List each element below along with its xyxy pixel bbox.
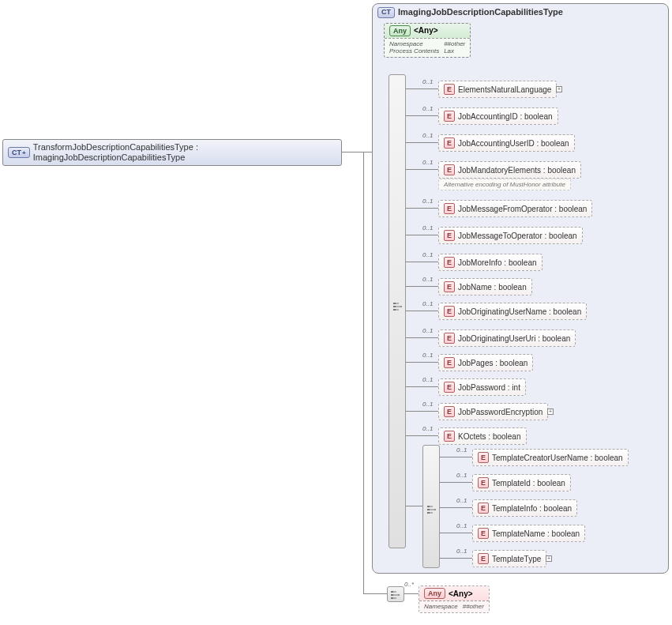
connector-line	[406, 235, 438, 235]
element-label: JobMoreInfo : boolean	[458, 258, 537, 267]
left-type-label: TransformJobDescriptionCapabilitiesType …	[33, 142, 336, 163]
element-badge: E	[444, 382, 455, 393]
element-label: TemplateCreatorUserName : boolean	[492, 454, 623, 462]
connector-line	[440, 457, 472, 457]
sequence-bar	[389, 74, 406, 548]
element-badge: E	[478, 452, 489, 463]
svg-rect-8	[391, 591, 393, 593]
element-box: EJobAccountingUserID : boolean	[438, 134, 575, 152]
element-badge: E	[478, 553, 489, 564]
element-badge: E	[478, 503, 489, 514]
element-box: ETemplateInfo : boolean	[472, 499, 577, 517]
element-label: JobPassword : int	[458, 383, 520, 392]
element-box: EJobOriginatingUserName : boolean	[438, 303, 587, 320]
cardinality-label: 0..1	[422, 198, 433, 205]
connector-line	[406, 311, 438, 311]
cardinality-label: 0..1	[456, 522, 467, 529]
cardinality-label: 0..1	[422, 352, 433, 359]
cardinality-label: 0..1	[422, 276, 433, 283]
element-label: JobPages : boolean	[458, 359, 527, 367]
main-type-header: CT ImagingJobDescriptionCapabilitiesType	[377, 7, 663, 18]
element-label: TemplateType	[492, 555, 541, 563]
expand-icon[interactable]: +	[546, 555, 552, 562]
svg-point-11	[398, 594, 400, 596]
connector-line	[406, 362, 438, 363]
plus-icon: +	[22, 149, 26, 156]
element-box: EJobPages : boolean	[438, 354, 533, 371]
svg-point-3	[400, 306, 402, 307]
any-badge: Any	[389, 25, 411, 36]
element-badge: E	[444, 203, 455, 214]
left-type-box: CT+ TransformJobDescriptionCapabilitiesT…	[2, 139, 342, 166]
cardinality-label: 0..1	[422, 132, 433, 139]
element-annotation: Alternative encoding of MustHonor attrib…	[438, 179, 571, 190]
cardinality-label: 0..1	[422, 300, 433, 307]
element-badge: E	[444, 257, 455, 268]
connector-line	[342, 152, 372, 152]
expand-icon[interactable]: +	[556, 86, 562, 92]
element-label: JobName : boolean	[458, 283, 527, 292]
ct-badge: CT	[377, 7, 395, 18]
cardinality-label: 0..1	[422, 401, 433, 408]
element-box: EJobAccountingID : boolean	[438, 107, 558, 125]
element-box: EJobMessageToOperator : boolean	[438, 227, 583, 244]
svg-rect-0	[393, 303, 396, 304]
svg-rect-10	[391, 597, 393, 599]
element-box: EJobMessageFromOperator : boolean	[438, 200, 592, 217]
any-label: <Any>	[449, 589, 473, 598]
element-label: KOctets : boolean	[458, 432, 521, 441]
element-label: JobMessageFromOperator : boolean	[458, 205, 587, 213]
cardinality-label: 0..*	[404, 581, 414, 588]
svg-rect-1	[393, 306, 396, 307]
any-wildcard-box: Any <Any> NamespaceProcess Contents ##ot…	[384, 23, 471, 58]
element-label: JobAccountingID : boolean	[458, 112, 553, 121]
element-label: JobPasswordEncryption	[458, 408, 542, 416]
cardinality-label: 0..1	[422, 78, 433, 85]
element-box: ETemplateCreatorUserName : boolean	[472, 449, 629, 466]
cardinality-label: 0..1	[422, 376, 433, 383]
connector-line	[406, 88, 438, 89]
expand-icon[interactable]: +	[547, 409, 554, 415]
element-label: JobOriginatingUserName : boolean	[458, 307, 581, 316]
element-label: JobAccountingUserID : boolean	[458, 139, 569, 148]
sequence-icon	[426, 503, 437, 514]
cardinality-label: 0..1	[456, 446, 467, 454]
element-label: TemplateId : boolean	[492, 479, 565, 488]
any-wildcard-box: Any <Any> Namespace ##other	[419, 585, 490, 613]
element-label: ElementsNaturalLanguage	[458, 85, 551, 94]
any-label: <Any>	[414, 26, 438, 35]
connector-line	[406, 506, 422, 506]
connector-line	[406, 142, 438, 143]
cardinality-label: 0..1	[422, 224, 433, 232]
element-box: ETemplateName : boolean	[472, 525, 585, 542]
element-badge: E	[444, 406, 455, 417]
connector-line	[363, 593, 387, 594]
element-badge: E	[444, 137, 455, 149]
sequence-icon	[387, 586, 404, 602]
element-box: EJobOriginatingUserUri : boolean	[438, 329, 576, 347]
element-badge: E	[444, 431, 455, 442]
cardinality-label: 0..1	[456, 472, 467, 479]
connector-line	[406, 386, 438, 387]
element-box: ETemplateId : boolean	[472, 474, 571, 491]
connector-line	[406, 411, 438, 412]
element-box: EKOctets : boolean	[438, 427, 527, 445]
connector-line	[406, 169, 438, 170]
connector-line	[406, 435, 438, 436]
element-badge: E	[444, 333, 455, 344]
element-badge: E	[478, 528, 489, 539]
element-box: EJobMandatoryElements : boolean	[438, 161, 581, 179]
cardinality-label: 0..1	[422, 425, 433, 432]
svg-rect-9	[391, 594, 393, 596]
element-badge: E	[444, 164, 455, 175]
element-badge: E	[444, 230, 455, 241]
connector-line	[406, 286, 438, 287]
svg-point-7	[434, 509, 436, 510]
element-badge: E	[444, 281, 455, 292]
element-badge: E	[444, 84, 455, 95]
svg-rect-6	[427, 512, 430, 514]
element-badge: E	[478, 477, 489, 488]
sequence-icon	[392, 300, 404, 311]
element-badge: E	[444, 111, 455, 122]
cardinality-label: 0..1	[422, 159, 433, 166]
